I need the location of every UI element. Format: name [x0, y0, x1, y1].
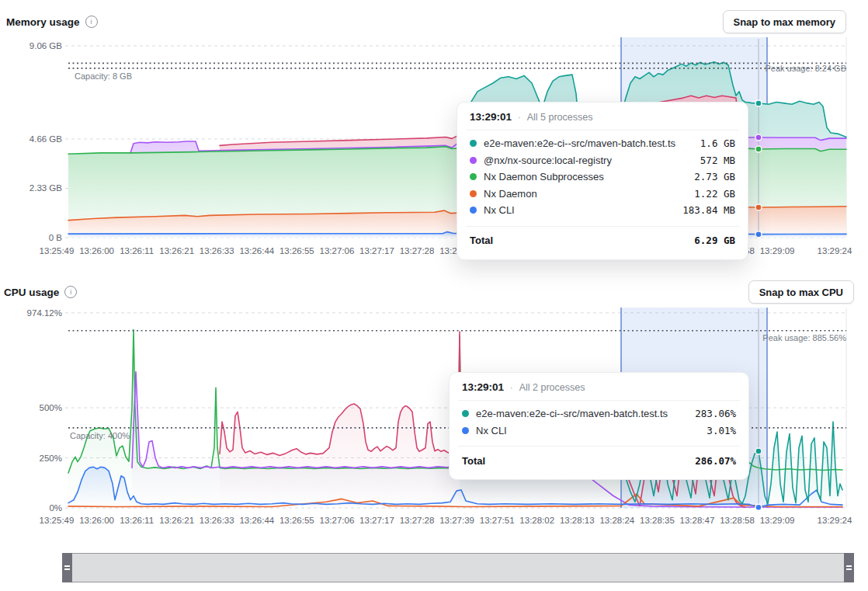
x-axis-tick-label: 13:26:33 — [200, 246, 234, 256]
y-axis-tick-label: 0% — [49, 503, 62, 513]
x-axis-tick-label: 13:29:24 — [818, 246, 852, 256]
x-axis-tick-label: 13:26:21 — [159, 246, 194, 256]
divider — [466, 130, 739, 130]
total-value: 6.29 GB — [694, 235, 735, 246]
memory-tooltip-total: Total 6.29 GB — [470, 231, 735, 250]
memory-chart-title: Memory usage i — [6, 16, 98, 28]
process-name: Nx Daemon — [484, 188, 687, 200]
process-name: e2e-maven:e2e-ci--src/maven-batch.test.t… — [484, 137, 693, 149]
memory-tooltip-header: 13:29:01 · All 5 processes — [470, 111, 735, 123]
cpu-title-text: CPU usage — [4, 287, 59, 298]
process-value: 1.6 GB — [700, 137, 735, 149]
memory-tooltip-rows: e2e-maven:e2e-ci--src/maven-batch.test.t… — [470, 135, 735, 219]
tooltip-row: @nx/nx-source:local-registry572 MB — [470, 152, 735, 169]
x-axis-tick-label: 13:28:58 — [720, 516, 755, 525]
y-axis-tick-label: 2.33 GB — [30, 183, 62, 193]
x-axis-tick-label: 13:26:33 — [200, 516, 234, 525]
total-label: Total — [462, 455, 485, 467]
x-axis-tick-label: 13:26:55 — [279, 516, 314, 525]
process-value: 283.06% — [695, 408, 736, 419]
x-axis-tick-label: 13:29:24 — [818, 516, 852, 525]
time-range-brush[interactable] — [62, 553, 854, 582]
x-axis-tick-label: 13:26:44 — [239, 516, 274, 525]
tooltip-row: e2e-maven:e2e-ci--src/maven-batch.test.t… — [470, 135, 735, 152]
series-color-dot — [462, 427, 469, 434]
process-value: 3.01% — [707, 425, 736, 436]
process-name: e2e-maven:e2e-ci--src/maven-batch.test.t… — [476, 408, 688, 419]
x-axis-tick-label: 13:27:51 — [480, 516, 515, 525]
series-color-dot — [470, 190, 477, 197]
x-axis-tick-label: 13:29:09 — [760, 516, 795, 525]
cpu-chart-title: CPU usage i — [4, 286, 77, 298]
y-axis-tick-label: 250% — [40, 454, 62, 463]
process-value: 1.22 GB — [694, 188, 735, 200]
cpu-tooltip-rows: e2e-maven:e2e-ci--src/maven-batch.test.t… — [462, 405, 736, 439]
x-axis-tick-label: 13:26:55 — [279, 246, 314, 256]
y-axis-tick-label: 9.06 GB — [30, 41, 62, 50]
tooltip-row: e2e-maven:e2e-ci--src/maven-batch.test.t… — [462, 405, 736, 422]
x-axis-tick-label: 13:26:00 — [79, 246, 114, 256]
cpu-tooltip-header: 13:29:01 · All 2 processes — [462, 381, 736, 393]
series-color-dot — [470, 157, 477, 164]
x-axis-tick-label: 13:25:49 — [40, 246, 75, 256]
snap-to-max-cpu-button[interactable]: Snap to max CPU — [748, 280, 854, 304]
process-name: Nx CLI — [484, 204, 675, 216]
x-axis-tick-label: 13:28:02 — [519, 516, 554, 525]
tooltip-separator: · — [510, 383, 513, 392]
process-value: 2.73 GB — [694, 171, 735, 183]
process-value: 183.84 MB — [682, 204, 735, 216]
x-axis-tick-label: 13:27:28 — [400, 516, 435, 525]
x-axis-tick-label: 13:27:06 — [320, 246, 355, 256]
x-axis-tick-label: 13:27:06 — [320, 516, 355, 525]
x-axis-tick-label: 13:27:17 — [359, 246, 394, 256]
x-axis-tick-label: 13:28:47 — [680, 516, 715, 525]
cpu-tooltip-total: Total 286.07% — [462, 451, 736, 470]
peak-line-label: Peak usage: 8.24 GB — [765, 64, 846, 73]
x-axis-tick-label: 13:26:11 — [120, 516, 154, 525]
y-axis-tick-label: 4.66 GB — [30, 134, 62, 144]
tooltip-row: Nx CLI183.84 MB — [470, 202, 735, 219]
x-axis-tick-label: 13:25:49 — [40, 516, 75, 525]
charts-canvas — [0, 0, 868, 591]
tooltip-separator: · — [518, 113, 521, 122]
tooltip-row: Nx Daemon Subprocesses2.73 GB — [470, 169, 735, 186]
total-value: 286.07% — [695, 455, 736, 467]
process-value: 572 MB — [700, 155, 735, 166]
tooltip-time: 13:29:01 — [470, 111, 512, 123]
x-axis-tick-label: 13:27:17 — [359, 516, 394, 525]
tooltip-row: Nx Daemon1.22 GB — [470, 186, 735, 203]
x-axis-tick-label: 13:28:13 — [560, 516, 595, 525]
y-axis-tick-label: 500% — [40, 403, 62, 412]
series-color-dot — [470, 207, 477, 214]
total-label: Total — [470, 235, 493, 246]
x-axis-tick-label: 13:27:39 — [439, 516, 474, 525]
tooltip-process-count: All 5 processes — [527, 112, 593, 123]
divider — [466, 226, 739, 227]
process-name: Nx CLI — [476, 425, 700, 436]
tooltip-time: 13:29:01 — [462, 381, 504, 393]
x-axis-tick-label: 13:29:09 — [760, 246, 795, 256]
y-axis-tick-label: 0 B — [49, 233, 62, 242]
brush-left-handle[interactable] — [62, 553, 72, 582]
y-axis-tick-label: 974.12% — [27, 308, 62, 318]
capacity-line-label: Capacity: 8 GB — [75, 71, 132, 81]
series-color-dot — [470, 140, 477, 147]
peak-line-label: Peak usage: 885.56% — [762, 333, 846, 342]
cpu-tooltip: 13:29:01 · All 2 processes e2e-maven:e2e… — [449, 372, 749, 480]
cpu-info-icon[interactable]: i — [64, 286, 77, 298]
snap-to-max-memory-button[interactable]: Snap to max memory — [723, 10, 847, 33]
memory-info-icon[interactable]: i — [85, 16, 98, 28]
tooltip-process-count: All 2 processes — [519, 382, 585, 393]
x-axis-tick-label: 13:26:11 — [120, 246, 154, 256]
memory-tooltip: 13:29:01 · All 5 processes e2e-maven:e2e… — [457, 102, 748, 260]
process-name: @nx/nx-source:local-registry — [484, 155, 693, 166]
brush-right-handle[interactable] — [844, 553, 854, 582]
process-name: Nx Daemon Subprocesses — [484, 171, 687, 183]
divider — [458, 400, 740, 401]
x-axis-tick-label: 13:27:28 — [400, 246, 435, 256]
x-axis-tick-label: 13:28:35 — [640, 516, 675, 525]
memory-title-text: Memory usage — [6, 16, 80, 28]
x-axis-tick-label: 13:28:24 — [599, 516, 634, 525]
capacity-line-label: Capacity: 400% — [70, 431, 130, 440]
x-axis-tick-label: 13:26:21 — [159, 516, 194, 525]
